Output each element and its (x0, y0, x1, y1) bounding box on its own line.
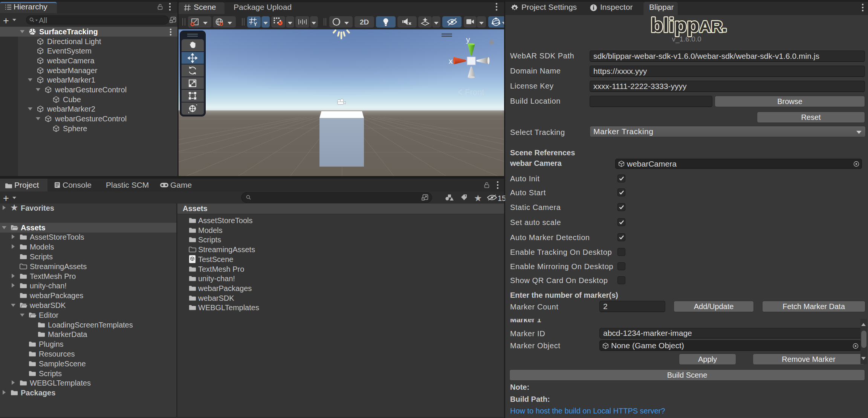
svg-text:x: x (449, 57, 453, 65)
svg-text:blippAR■: blippAR■ (651, 14, 726, 36)
svg-text:Y: Y (254, 21, 257, 27)
svg-text:y: y (466, 35, 470, 44)
